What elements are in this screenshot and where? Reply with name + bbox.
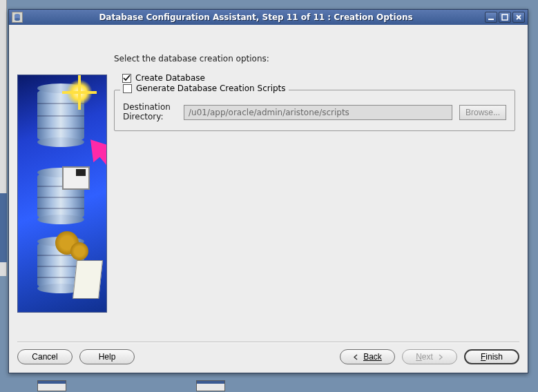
main-window: Database Configuration Assistant, Step 1… [8,9,528,373]
taskbar [0,378,538,392]
taskbar-window-thumb[interactable] [37,380,66,391]
window-controls [485,12,525,23]
destination-directory-input [184,105,452,120]
client-area: Select the database creation options: Cr… [9,25,528,373]
script-icon [73,260,103,299]
browse-button: Browse... [459,105,506,120]
content-panel: Select the database creation options: Cr… [114,32,519,131]
destination-label: Destination Directory: [123,103,177,122]
generate-scripts-checkbox[interactable] [123,84,132,93]
divider [17,342,519,342]
titlebar[interactable]: Database Configuration Assistant, Step 1… [9,10,528,25]
back-button[interactable]: Back [340,349,395,364]
window-title: Database Configuration Assistant, Step 1… [27,12,485,22]
svg-rect-4 [502,14,508,20]
generate-scripts-label: Generate Database Creation Scripts [136,84,286,93]
chevron-left-icon [353,354,359,360]
next-button: Next [402,349,457,364]
generate-scripts-group: Generate Database Creation Scripts Desti… [114,90,515,131]
svg-rect-3 [488,19,494,20]
intro-text: Select the database creation options: [114,54,519,63]
arrow-icon [81,132,107,163]
background-window-hint2 [0,193,7,262]
next-label: Next [416,352,433,362]
help-button[interactable]: Help [79,349,135,364]
minimize-button[interactable] [485,12,497,23]
gear-icon [70,242,88,260]
wizard-button-row: Cancel Help Back Next Finish [17,349,519,367]
close-button[interactable] [512,12,525,23]
svg-point-2 [15,18,20,21]
footer: Cancel Help Back Next Finish [17,337,519,367]
wizard-illustration [17,75,107,313]
taskbar-window-thumb[interactable] [196,380,225,391]
generate-scripts-option[interactable]: Generate Database Creation Scripts [120,84,289,93]
cancel-button[interactable]: Cancel [17,349,73,364]
create-database-checkbox[interactable] [122,74,131,83]
floppy-icon [62,166,90,190]
chevron-right-icon [437,354,443,360]
maximize-button[interactable] [499,12,511,23]
create-database-label: Create Database [135,73,205,83]
finish-button[interactable]: Finish [464,349,519,364]
app-icon [12,12,23,23]
create-database-option[interactable]: Create Database [122,73,519,83]
